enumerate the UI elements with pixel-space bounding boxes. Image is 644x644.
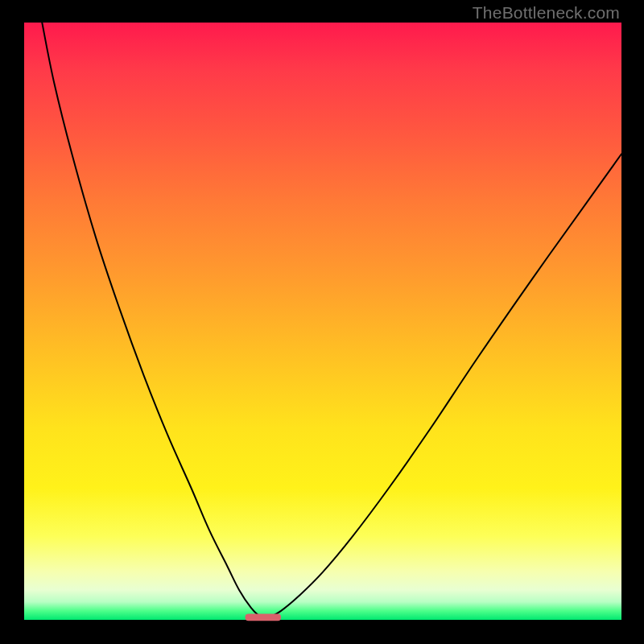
curve-left [42, 23, 263, 620]
plot-area [24, 23, 621, 620]
curve-right [263, 154, 621, 620]
curve-layer [24, 23, 621, 620]
min-marker [246, 613, 282, 621]
watermark-text: TheBottleneck.com [473, 3, 620, 23]
chart-frame: TheBottleneck.com [0, 0, 644, 644]
